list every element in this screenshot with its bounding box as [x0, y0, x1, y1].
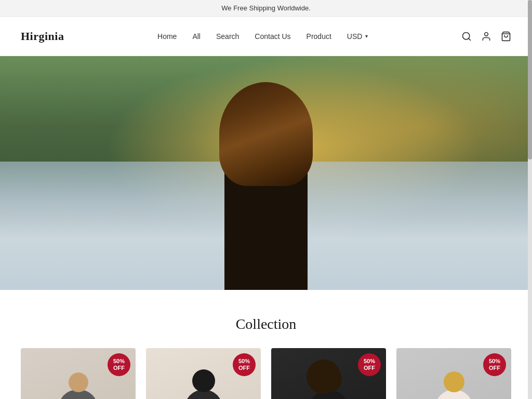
hero-section [0, 56, 532, 290]
announcement-text: We Free Shipping Worldwide. [221, 4, 311, 12]
nav-item-product[interactable]: Product [307, 32, 331, 41]
cart-icon [501, 31, 511, 42]
discount-badge-3: 50% OFF [358, 353, 381, 376]
discount-badge-2: 50% OFF [233, 353, 256, 376]
product-grid: 50% OFF 50% OFF [21, 348, 511, 399]
scrollbar-track[interactable] [528, 0, 532, 399]
product-card-2[interactable]: 50% OFF [146, 348, 261, 399]
figure-hair [219, 82, 313, 186]
product-card-3[interactable]: 50% OFF [271, 348, 386, 399]
currency-arrow-icon: ▾ [365, 33, 368, 39]
cart-button[interactable] [501, 31, 511, 42]
person-silhouette-4 [414, 354, 494, 400]
search-icon [461, 31, 472, 42]
main-nav: Home All Search Contact Us Product USD ▾ [157, 32, 368, 41]
nav-item-search[interactable]: Search [216, 32, 239, 41]
search-button[interactable] [461, 31, 472, 42]
product-card-1[interactable]: 50% OFF [21, 348, 136, 399]
svg-line-1 [469, 38, 471, 40]
hero-background [0, 56, 532, 290]
nav-item-home[interactable]: Home [157, 32, 177, 41]
logo[interactable]: Hirginia [21, 30, 64, 43]
product-card-4[interactable]: 50% OFF [396, 348, 511, 399]
header-icons [461, 31, 511, 42]
announcement-bar: We Free Shipping Worldwide. [0, 0, 532, 17]
hero-figure [209, 98, 323, 290]
head-1 [69, 373, 88, 392]
svg-point-2 [485, 32, 488, 36]
head-2 [192, 369, 215, 392]
discount-badge-4: 50% OFF [483, 353, 506, 376]
header: Hirginia Home All Search Contact Us Prod… [0, 17, 532, 56]
account-button[interactable] [481, 31, 491, 42]
collection-section: Collection 50% OFF 50% [0, 290, 532, 399]
currency-label: USD [347, 32, 363, 41]
scrollbar-thumb[interactable] [528, 0, 532, 159]
currency-selector[interactable]: USD ▾ [347, 32, 368, 41]
collection-title: Collection [21, 316, 511, 332]
person-silhouette-1 [38, 354, 118, 400]
nav-item-all[interactable]: All [192, 32, 201, 41]
person-silhouette-3 [288, 354, 369, 400]
head-4 [444, 371, 464, 392]
discount-badge-1: 50% OFF [108, 353, 130, 376]
head-3 [316, 366, 342, 392]
account-icon [481, 31, 491, 42]
nav-item-contact-us[interactable]: Contact Us [255, 32, 290, 41]
person-silhouette-2 [163, 354, 244, 400]
